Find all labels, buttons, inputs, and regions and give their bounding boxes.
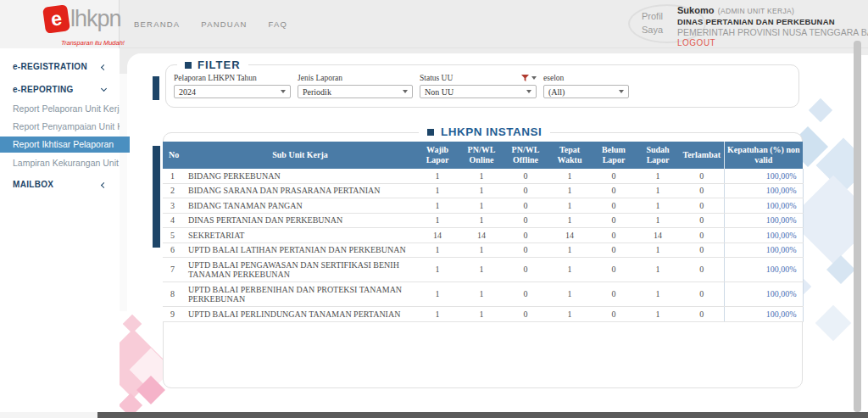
cell-value: 1 [415, 198, 459, 214]
cell-value: 14 [548, 228, 592, 243]
cell-value: 1 [459, 169, 504, 183]
filter-title: FILTER [198, 59, 241, 71]
sidebar-section-mailbox[interactable]: MAILBOX [0, 176, 120, 193]
chevron-down-icon [619, 90, 624, 93]
square-bullet-icon [185, 62, 192, 69]
sidebar-section-e-registration[interactable]: e-REGISTRATION [0, 59, 120, 75]
table-accent-bar [153, 146, 160, 248]
cell-value: 0 [680, 228, 724, 243]
table-body: 1BIDANG PERKEBUNAN1101010100,00%2BIDANG … [163, 169, 803, 321]
cell-kepatuhan: 100,00% [724, 242, 803, 258]
cell-no: 8 [163, 282, 185, 307]
cell-sub-unit-kerja: UPTD BALAI PERLINDUNGAN TANAMAN PERTANIA… [185, 307, 415, 322]
cell-value: 0 [680, 282, 724, 307]
cell-kepatuhan: 100,00% [724, 228, 803, 243]
cell-value: 1 [636, 169, 680, 183]
filter-field-jenis-laporan: Jenis LaporanPeriodik [298, 73, 413, 98]
logo-e-icon: e [42, 4, 70, 34]
cell-value: 1 [459, 242, 504, 258]
column-filter-indicator[interactable] [521, 75, 537, 82]
cell-value: 0 [680, 169, 724, 183]
nav-panduan[interactable]: PANDUAN [201, 20, 247, 29]
cell-kepatuhan: 100,00% [724, 282, 803, 307]
gap-strip [120, 74, 127, 311]
cell-sub-unit-kerja: UPTD BALAI PERBENIHAN DAN PROTEKSI TANAM… [185, 282, 415, 307]
cell-value: 1 [548, 282, 592, 307]
logo-area: e lhkpn Transparan itu Mudah! [0, 0, 120, 48]
sidebar-section-e-reporting[interactable]: e-REPORTING [0, 81, 120, 98]
cell-value: 1 [636, 307, 680, 322]
cell-kepatuhan: 100,00% [724, 258, 803, 282]
cell-value: 1 [548, 258, 592, 282]
column-header-sub-unit-kerja: Sub Unit Kerja [185, 142, 415, 169]
filter-heading: FILTER [177, 59, 248, 71]
filter-select-jenis-laporan[interactable]: Periodik [298, 85, 413, 98]
chevron-down-icon [403, 90, 408, 93]
cell-value: 1 [548, 213, 592, 228]
cell-sub-unit-kerja: UPTD BALAI PENGAWASAN DAN SERTIFIKASI BE… [185, 258, 415, 282]
horizontal-scrollbar[interactable] [97, 412, 868, 418]
cell-no: 9 [163, 307, 185, 322]
page: e lhkpn Transparan itu Mudah! BERANDAPAN… [0, 0, 868, 418]
nav-faq[interactable]: FAQ [268, 20, 287, 29]
cell-sub-unit-kerja: DINAS PERTANIAN DAN PERKEBUNAN [185, 213, 415, 228]
logout-link[interactable]: LOGOUT [677, 38, 868, 49]
cell-value: 0 [504, 213, 548, 228]
cell-value: 0 [680, 198, 724, 214]
profile-name: Sukomo [677, 5, 714, 15]
cell-value: 1 [636, 282, 680, 307]
cell-kepatuhan: 100,00% [724, 169, 803, 183]
sidebar-item-lampiran-kekurangan-unit-kerja[interactable]: Lampiran Kekurangan Unit Kerja [0, 155, 120, 170]
filter-field-pelaporan-lhkpn-tahun: Pelaporan LHKPN Tahun2024 [174, 73, 291, 98]
column-header-pn-wl-online: PN/WL Online [459, 142, 504, 169]
table-row: 5SEKRETARIAT14140140140100,00% [163, 228, 803, 243]
filter-select-value: (All) [548, 87, 565, 97]
cell-value: 14 [459, 228, 504, 243]
cell-value: 1 [415, 307, 459, 322]
cell-no: 4 [163, 213, 185, 228]
elhkpn-logo[interactable]: e lhkpn Transparan itu Mudah! [44, 6, 121, 32]
instansi-table: NoSub Unit KerjaWajib LaporPN/WL OnlineP… [163, 142, 804, 322]
table-row: 6UPTD BALAI LATIHAN PERTANIAN DAN PERKEB… [163, 242, 803, 258]
cell-value: 0 [504, 169, 548, 183]
filter-select-pelaporan-lhkpn-tahun[interactable]: 2024 [174, 85, 291, 98]
column-header-pn-wl-offline: PN/WL Offline [504, 142, 548, 169]
table-row: 7UPTD BALAI PENGAWASAN DAN SERTIFIKASI B… [163, 258, 803, 282]
cell-value: 1 [459, 258, 504, 282]
cell-sub-unit-kerja: BIDANG SARANA DAN PRASARANA PERTANIAN [185, 183, 415, 198]
profile-menu[interactable]: Profil Saya [642, 9, 672, 36]
cell-value: 1 [459, 282, 504, 307]
vertical-scrollbar[interactable] [854, 41, 861, 412]
cell-value: 0 [504, 282, 548, 307]
cell-value: 0 [504, 258, 548, 282]
cell-no: 1 [163, 169, 185, 183]
cell-value: 1 [548, 198, 592, 214]
cell-value: 0 [680, 213, 724, 228]
cell-value: 0 [592, 307, 636, 322]
cell-value: 1 [415, 183, 459, 198]
cell-value: 1 [459, 183, 504, 198]
cell-value: 1 [415, 242, 459, 258]
table-row: 1BIDANG PERKEBUNAN1101010100,00% [163, 169, 803, 183]
cell-value: 1 [459, 307, 504, 322]
cell-no: 5 [163, 228, 185, 243]
cell-value: 0 [504, 307, 548, 322]
filter-select-eselon[interactable]: (All) [543, 85, 629, 98]
cell-value: 1 [548, 242, 592, 258]
cell-value: 1 [636, 242, 680, 258]
filter-select-status-uu[interactable]: Non UU [420, 85, 537, 98]
logo-tagline: Transparan itu Mudah! [61, 39, 125, 47]
table-row: 9UPTD BALAI PERLINDUNGAN TANAMAN PERTANI… [163, 307, 803, 322]
filter-field-label: Pelaporan LHKPN Tahun [174, 74, 257, 82]
nav-beranda[interactable]: BERANDA [134, 20, 180, 29]
cell-value: 0 [592, 282, 636, 307]
cell-value: 0 [592, 258, 636, 282]
sidebar-item-report-ikhtisar-pelaporan[interactable]: Report Ikhtisar Pelaporan [0, 137, 130, 153]
chevron-down-icon [531, 76, 537, 80]
column-header-no: No [163, 142, 185, 169]
cell-value: 0 [504, 183, 548, 198]
cell-sub-unit-kerja: UPTD BALAI LATIHAN PERTANIAN DAN PERKEBU… [185, 242, 415, 258]
sidebar-item-report-penyampaian-unit-kerja[interactable]: Report Penyampaian Unit Kerja [0, 119, 120, 134]
filter-field-label: eselon [543, 74, 564, 82]
sidebar-item-report-pelaporan-unit-kerja[interactable]: Report Pelaporan Unit Kerja [0, 101, 120, 116]
